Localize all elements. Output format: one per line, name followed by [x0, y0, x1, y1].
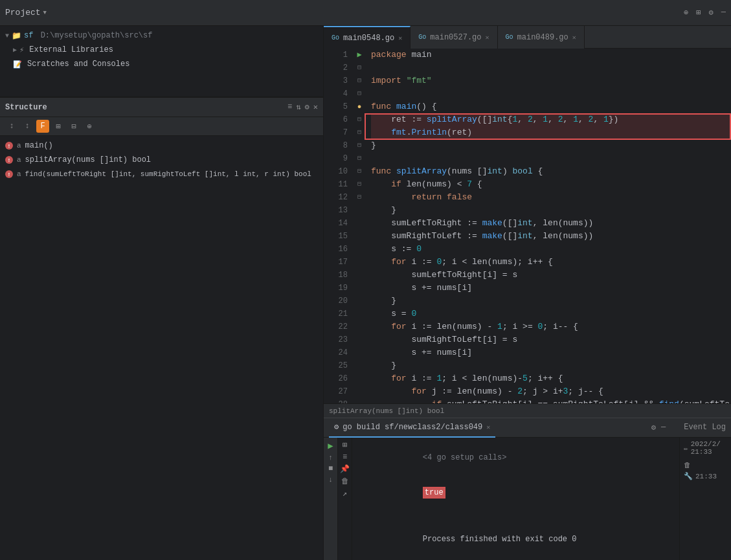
- tab-label-2: main0527.go: [430, 33, 481, 42]
- play-button[interactable]: ▶: [328, 440, 333, 451]
- close-icon[interactable]: ✕: [313, 102, 318, 112]
- down-arrow-icon[interactable]: ↓: [328, 476, 333, 484]
- code-editor[interactable]: 1 2 3 4 5 6 7 8 9 10 11 12 13 14 15 16 1: [324, 49, 731, 403]
- go-file-icon-3: Go: [506, 34, 513, 41]
- wrap-icon[interactable]: ⊞: [343, 440, 347, 450]
- run-tab-close[interactable]: ✕: [486, 423, 490, 431]
- edit-icon: ✏: [684, 444, 688, 453]
- tab-close-1[interactable]: ✕: [398, 34, 402, 42]
- gear-icon[interactable]: ⚙: [709, 8, 714, 17]
- struct-item-splitarray[interactable]: ! a splitArray(nums []int) bool: [0, 153, 323, 167]
- tree-item-external-libraries[interactable]: ▶ ⚡ External Libraries: [0, 43, 323, 57]
- stop-button[interactable]: ■: [328, 464, 333, 473]
- code-line-1: package main: [371, 49, 731, 62]
- structure-panel: Structure ≡ ⇅ ⚙ ✕ ↕ ↕ F ⊞ ⊟ ⊕: [0, 97, 323, 560]
- wrench-icon: 🔧: [684, 472, 693, 480]
- tree-item-scratches[interactable]: 📝 Scratches and Consoles: [0, 57, 323, 71]
- format-icon[interactable]: ≡: [343, 453, 347, 462]
- fold-icon-11: ⊟: [357, 74, 361, 87]
- code-line-23: sumRightToLeft[i] = s: [371, 333, 731, 346]
- run-icon: ⚙: [334, 422, 339, 432]
- sort-icon[interactable]: ⇅: [296, 102, 300, 112]
- code-line-7: fmt.Println(ret): [371, 126, 731, 139]
- code-line-10: func splitArray(nums []int) bool {: [371, 165, 731, 178]
- code-line-22: for i := len(nums) - 1; i >= 0; i-- {: [371, 320, 731, 333]
- fold-icon-25: ⊟: [357, 152, 361, 165]
- align-icon[interactable]: ≡: [287, 102, 292, 112]
- code-line-2: [371, 62, 731, 74]
- up-arrow-icon[interactable]: ↑: [328, 454, 333, 462]
- project-icon: 📁: [12, 31, 21, 41]
- event-timestamp-1: 2022/2/: [691, 440, 721, 448]
- structure-list: ! a main() ! a splitArray(nums []int) bo…: [0, 136, 323, 560]
- tab-main0527[interactable]: Go main0527.go ✕: [410, 26, 497, 49]
- sort-alpha-btn[interactable]: ↕: [5, 120, 18, 133]
- event-timestamp-3: 21:33: [695, 473, 717, 480]
- run-tab-bar: ⚙ go build sf/newclass2/class049 ✕ ⚙ — E…: [324, 418, 731, 438]
- project-root-label: sf D:\mysetup\gopath\src\sf: [24, 31, 152, 40]
- panel-header: Structure ≡ ⇅ ⚙ ✕: [0, 98, 323, 117]
- code-line-11: if len(nums) < 7 {: [371, 178, 731, 191]
- tree-item-root[interactable]: ▼ 📁 sf D:\mysetup\gopath\src\sf: [0, 28, 323, 43]
- code-content[interactable]: package main import "fmt" func main() {: [366, 49, 731, 403]
- chevron-right-icon: ▶: [13, 46, 17, 54]
- event-log-icon-row: ✏ 2022/2/ 21:33: [684, 440, 727, 456]
- project-label: Project: [5, 8, 41, 17]
- project-tree: ▼ 📁 sf D:\mysetup\gopath\src\sf ▶ ⚡ Exte…: [0, 26, 323, 97]
- warn-icon-14: ●: [357, 100, 362, 113]
- clear-icon[interactable]: 🗑: [341, 476, 349, 486]
- tab-close-2[interactable]: ✕: [486, 34, 489, 41]
- chevron-down-icon: ▼: [5, 32, 9, 39]
- code-line-3: import "fmt": [371, 74, 731, 87]
- tab-main0489[interactable]: Go main0489.go ✕: [498, 26, 585, 49]
- event-log-panel: ✏ 2022/2/ 21:33 🗑 🔧 21:33: [679, 438, 731, 560]
- exec-arrow-icon: ▶: [357, 49, 361, 62]
- structure-title: Structure: [5, 103, 287, 112]
- code-line-13: }: [371, 204, 731, 217]
- tabs-bar: Go main0548.go ✕ Go main0527.go ✕ Go mai…: [324, 26, 731, 49]
- code-line-4: [371, 87, 731, 100]
- struct-func-name-2: splitArray(nums []int) bool: [25, 155, 151, 164]
- event-log-icon-row-2: 🗑: [684, 461, 727, 469]
- settings-icon[interactable]: ⚙: [305, 102, 309, 112]
- event-log-label[interactable]: Event Log: [684, 423, 726, 432]
- fold-icon-20: ⊟: [357, 126, 361, 139]
- run-tab-active[interactable]: ⚙ go build sf/newclass2/class049 ✕: [329, 418, 495, 438]
- filter-btn[interactable]: F: [36, 120, 49, 133]
- fold-icon-22: ⊟: [357, 139, 361, 152]
- run-vertical-buttons: ▶ ↑ ■ ↓: [324, 438, 338, 560]
- project-dropdown[interactable]: Project ▼: [5, 8, 47, 17]
- gutter: ▶ ⊟ ⊟ ⊟: [353, 49, 366, 403]
- output-line-3: [357, 510, 674, 522]
- fold-icon-17: ⊟: [357, 113, 361, 126]
- struct-item-main[interactable]: ! a main(): [0, 139, 323, 153]
- tab-close-3[interactable]: ✕: [572, 34, 576, 41]
- group-btn[interactable]: ⊕: [83, 120, 96, 133]
- minus-icon[interactable]: —: [661, 423, 666, 432]
- scratch-icon: 📝: [13, 60, 22, 69]
- struct-item-find[interactable]: ! a find(sumLeftToRight []int, sumRightT…: [0, 167, 323, 181]
- breadcrumb-text: splitArray(nums []int) bool: [329, 407, 444, 415]
- output-line-4: Process finished with exit code 0: [357, 522, 674, 557]
- fold-icon-27: ⊟: [357, 178, 361, 191]
- pin-icon[interactable]: 📌: [340, 464, 350, 474]
- struct-kind: a: [17, 142, 21, 150]
- tab-label-3: main0489.go: [517, 33, 568, 42]
- panel-toolbar-icons: ≡ ⇅ ⚙ ✕: [287, 102, 318, 112]
- minimize-icon[interactable]: —: [721, 8, 726, 17]
- fold-icon-13: ⊟: [357, 87, 361, 100]
- error-indicator: !: [5, 142, 13, 150]
- globe-icon[interactable]: ⊕: [684, 8, 688, 17]
- run-tab-label: go build sf/newclass2/class049: [343, 423, 482, 432]
- settings-icon[interactable]: ⚙: [651, 423, 656, 432]
- expand-btn[interactable]: ⊞: [52, 120, 65, 133]
- export-icon[interactable]: ↗: [343, 489, 347, 498]
- error-indicator-2: !: [5, 156, 13, 164]
- collapse-btn[interactable]: ⊟: [67, 120, 80, 133]
- layout-icon[interactable]: ⊞: [696, 8, 701, 17]
- sort-type-btn[interactable]: ↕: [21, 120, 34, 133]
- run-panel-icons: ⚙ — Event Log: [651, 423, 726, 432]
- code-line-5: func main() {: [371, 100, 731, 113]
- tab-main0548[interactable]: Go main0548.go ✕: [324, 26, 410, 49]
- event-timestamp-2: 21:33: [691, 448, 721, 456]
